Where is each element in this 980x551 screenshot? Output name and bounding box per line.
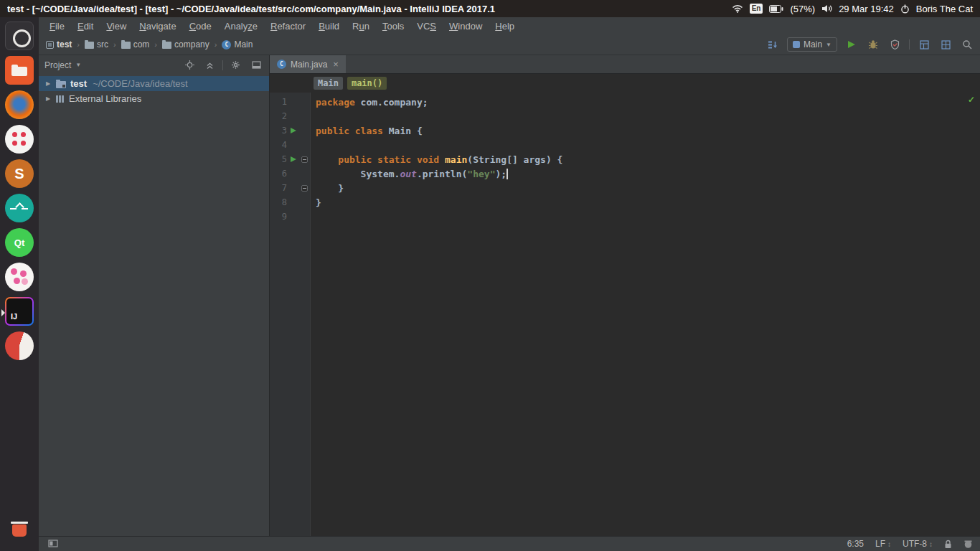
expand-arrow-icon[interactable]: ▶ xyxy=(46,95,52,102)
menu-view[interactable]: View xyxy=(100,19,133,33)
bug-icon xyxy=(868,39,878,50)
menu-tools[interactable]: Tools xyxy=(376,19,410,33)
crumb-test[interactable]: test xyxy=(44,38,73,51)
fold-slot xyxy=(300,185,309,192)
menu-run[interactable]: Run xyxy=(346,19,376,33)
hector-inspector-button[interactable] xyxy=(963,540,973,549)
tool-window-button-2[interactable] xyxy=(938,37,953,52)
line-number: 4 xyxy=(270,140,287,150)
firefox-icon[interactable] xyxy=(5,90,34,119)
run-line-icon[interactable] xyxy=(291,128,296,133)
menu-analyze[interactable]: Analyze xyxy=(218,19,264,33)
code-line-4[interactable] xyxy=(316,138,980,152)
app-red-white-icon[interactable] xyxy=(5,331,34,360)
app-red-dots-icon[interactable] xyxy=(5,125,34,154)
crumb-main[interactable]: CMain xyxy=(220,38,254,51)
wifi-icon[interactable] xyxy=(732,4,743,13)
qt-creator-icon[interactable]: Qt xyxy=(5,228,34,257)
qt-creator-glyph: Qt xyxy=(5,228,34,257)
expand-arrow-icon[interactable]: ▶ xyxy=(46,80,52,87)
app-pink-icon[interactable] xyxy=(5,263,34,291)
hide-panel-button[interactable] xyxy=(249,57,263,73)
fold-slot xyxy=(300,156,309,163)
debug-button[interactable] xyxy=(866,37,880,52)
crumb-company[interactable]: company xyxy=(161,38,211,51)
breadcrumb-method[interactable]: main() xyxy=(347,77,387,90)
crumb-src[interactable]: src xyxy=(83,38,110,51)
menu-navigate[interactable]: Navigate xyxy=(133,19,182,33)
system-monitor-icon[interactable] xyxy=(5,194,34,222)
menu-vcs[interactable]: VCS xyxy=(410,19,443,33)
class-icon: C xyxy=(222,40,231,50)
clock[interactable]: 29 Mar 19:42 xyxy=(839,4,894,14)
code-token xyxy=(439,154,445,165)
sort-button[interactable] xyxy=(765,37,780,52)
code-area[interactable]: package com.company;public class Main { … xyxy=(311,93,980,536)
locate-icon xyxy=(185,60,194,70)
code-line-8[interactable]: } xyxy=(316,195,980,209)
files-icon[interactable] xyxy=(5,56,34,85)
sort-icon xyxy=(768,40,778,50)
close-tab-icon[interactable]: × xyxy=(333,59,339,70)
menu-help[interactable]: Help xyxy=(489,19,521,33)
breadcrumb-class[interactable]: Main xyxy=(314,77,343,90)
volume-icon[interactable] xyxy=(821,4,832,13)
code-token: public static void xyxy=(338,154,439,165)
crumb-separator: › xyxy=(154,40,157,49)
code-line-9[interactable] xyxy=(316,209,980,224)
run-button[interactable] xyxy=(844,37,859,52)
ubuntu-dash-icon[interactable] xyxy=(5,22,34,50)
tool-window-button-1[interactable] xyxy=(917,37,931,52)
code-line-2[interactable] xyxy=(316,109,980,123)
code-line-3[interactable]: public class Main { xyxy=(316,123,980,138)
project-panel-title[interactable]: Project xyxy=(44,60,71,70)
menu-code[interactable]: Code xyxy=(183,19,218,33)
keyboard-layout-indicator[interactable]: En xyxy=(750,4,763,14)
fold-end-icon[interactable] xyxy=(301,185,308,192)
line-separator-widget[interactable]: LF ↕ xyxy=(875,539,891,549)
lock-icon xyxy=(944,540,952,549)
gutter-line-6: 6 xyxy=(270,166,310,181)
coverage-button[interactable] xyxy=(887,37,902,52)
code-editor[interactable]: 123456789 package com.company;public cla… xyxy=(270,93,980,536)
crumb-com[interactable]: com xyxy=(120,38,151,51)
trash-icon[interactable] xyxy=(5,515,34,544)
code-token xyxy=(316,154,338,165)
project-item-test[interactable]: ▶test~/CODE/Java/idea/test xyxy=(39,76,269,91)
tool-window-toggle-button[interactable] xyxy=(46,536,60,551)
code-line-6[interactable]: System.out.println("hey"); xyxy=(316,166,980,181)
sublime-text-icon[interactable]: S xyxy=(5,159,34,188)
caret-position[interactable]: 6:35 xyxy=(847,539,864,549)
item-label: External Libraries xyxy=(69,93,141,104)
code-line-7[interactable]: } xyxy=(316,181,980,195)
code-line-5[interactable]: public static void main(String[] args) { xyxy=(316,152,980,166)
toolbar-separator xyxy=(909,39,910,50)
gutter-line-9: 9 xyxy=(270,209,310,224)
tab-main-java[interactable]: C Main.java × xyxy=(270,55,346,73)
menu-refactor[interactable]: Refactor xyxy=(264,19,312,33)
intellij-idea-icon[interactable]: IJ xyxy=(5,297,34,326)
project-item-external-libraries[interactable]: ▶External Libraries xyxy=(39,91,269,106)
battery-icon[interactable] xyxy=(769,5,783,13)
fold-start-icon[interactable] xyxy=(301,156,308,163)
gutter-line-2: 2 xyxy=(270,109,310,123)
user-name[interactable]: Boris The Cat xyxy=(916,4,973,14)
collapse-all-button[interactable] xyxy=(202,57,217,73)
encoding-widget[interactable]: UTF-8 ↕ xyxy=(903,539,933,549)
code-token: .println( xyxy=(417,169,467,179)
code-token: package xyxy=(316,97,355,108)
readonly-lock-button[interactable] xyxy=(944,540,952,549)
menu-window[interactable]: Window xyxy=(443,19,489,33)
menu-build[interactable]: Build xyxy=(312,19,346,33)
menu-edit[interactable]: Edit xyxy=(71,19,100,33)
settings-button[interactable] xyxy=(229,57,243,73)
run-line-icon[interactable] xyxy=(291,156,296,162)
locate-button[interactable] xyxy=(182,57,197,73)
encoding-label: UTF-8 xyxy=(903,539,927,549)
code-line-1[interactable]: package com.company; xyxy=(316,95,980,109)
search-everywhere-button[interactable] xyxy=(960,37,974,52)
run-config-selector[interactable]: Main ▼ xyxy=(787,37,837,52)
menu-file[interactable]: File xyxy=(43,19,71,33)
inspection-ok-icon[interactable]: ✓ xyxy=(968,95,975,105)
session-menu-icon[interactable] xyxy=(900,4,910,14)
